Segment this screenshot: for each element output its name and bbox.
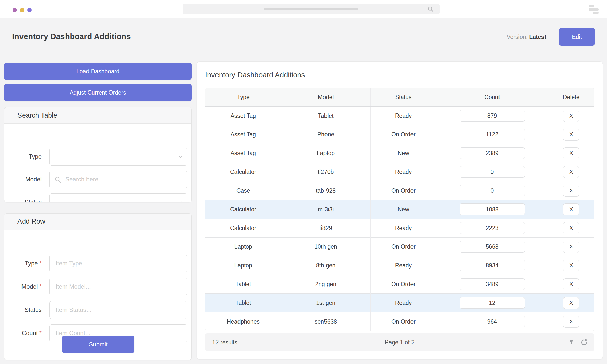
window-dot-1[interactable] — [13, 8, 17, 12]
page-title: Inventory Dashboard Additions — [12, 32, 131, 41]
item-status-input[interactable] — [50, 301, 187, 318]
count-input[interactable] — [460, 222, 525, 234]
cell-count — [437, 219, 548, 237]
count-input[interactable] — [460, 297, 525, 309]
search-type-row: Type — [4, 148, 192, 166]
cell-model: ti829 — [281, 219, 370, 237]
cell-type: Asset Tag — [205, 125, 281, 144]
add-count-label: Count* — [4, 324, 42, 342]
count-input[interactable] — [460, 166, 525, 178]
cell-count — [437, 312, 548, 331]
delete-button[interactable]: X — [563, 110, 579, 122]
count-input[interactable] — [460, 203, 525, 215]
table-row: Case tab-928 On Order X — [205, 181, 594, 200]
column-header-count[interactable]: Count — [437, 88, 548, 106]
browser-address-bar[interactable] — [183, 4, 440, 14]
cell-delete: X — [548, 256, 594, 275]
search-model-field[interactable]: Search here... — [49, 171, 187, 188]
search-type-label: Type — [4, 148, 42, 166]
column-header-status[interactable]: Status — [370, 88, 437, 106]
edit-button[interactable]: Edit — [559, 28, 595, 46]
table-footer: 12 results Page 1 of 2 — [205, 333, 594, 351]
table-row: Laptop 10th gen On Order X — [205, 237, 594, 256]
add-type-label: Type* — [4, 255, 42, 272]
delete-button[interactable]: X — [563, 241, 579, 253]
app-root: Inventory Dashboard Additions Version:La… — [0, 0, 607, 364]
cell-model: Laptop — [281, 144, 370, 163]
delete-button[interactable]: X — [563, 147, 579, 159]
table-row: Tablet 2ng gen On Order X — [205, 275, 594, 293]
count-input[interactable] — [460, 278, 525, 290]
delete-button[interactable]: X — [563, 260, 579, 271]
cell-type: Tablet — [205, 275, 281, 293]
count-input[interactable] — [460, 110, 525, 122]
window-menu-icon[interactable] — [589, 5, 599, 14]
cell-count — [437, 163, 548, 181]
cell-type: Calculator — [205, 163, 281, 181]
cell-delete: X — [548, 200, 594, 219]
page-indicator: Page 1 of 2 — [205, 339, 594, 346]
column-header-delete[interactable]: Delete — [548, 88, 594, 106]
cell-status: On Order — [370, 312, 437, 331]
delete-button[interactable]: X — [563, 222, 579, 234]
cell-status: Ready — [370, 106, 437, 125]
delete-button[interactable]: X — [563, 166, 579, 178]
search-status-select[interactable] — [49, 193, 187, 202]
cell-model: 1st gen — [281, 293, 370, 312]
inventory-table: Type Model Status Count Delete Asset Tag… — [205, 88, 594, 331]
search-type-select[interactable] — [49, 148, 187, 166]
delete-button[interactable]: X — [563, 203, 579, 215]
table-row: Asset Tag Phone On Order X — [205, 125, 594, 144]
add-row-card-title: Add Row — [4, 214, 191, 230]
delete-button[interactable]: X — [563, 278, 579, 290]
cell-model: sen5638 — [281, 312, 370, 331]
add-model-field-wrap — [49, 278, 187, 295]
cell-type: Laptop — [205, 256, 281, 275]
column-header-type[interactable]: Type — [205, 88, 281, 106]
table-row: Laptop 8th gen Ready X — [205, 256, 594, 275]
cell-type: Tablet — [205, 293, 281, 312]
search-table-card: Search Table Type Model — [4, 107, 192, 202]
window-dot-3[interactable] — [27, 8, 32, 12]
cell-delete: X — [548, 181, 594, 200]
cell-type: Calculator — [205, 219, 281, 237]
cell-status: Ready — [370, 163, 437, 181]
cell-model: 10th gen — [281, 237, 370, 256]
inventory-panel-title: Inventory Dashboard Additions — [205, 71, 305, 79]
add-type-field-wrap — [49, 255, 187, 272]
cell-type: Case — [205, 181, 281, 200]
required-asterisk: * — [39, 283, 42, 290]
adjust-current-orders-button[interactable]: Adjust Current Orders — [4, 84, 192, 101]
count-input[interactable] — [460, 129, 525, 140]
header-actions: Version:Latest Edit — [507, 28, 595, 46]
load-dashboard-button[interactable]: Load Dashboard — [4, 63, 192, 80]
item-model-input[interactable] — [50, 278, 187, 295]
refresh-icon[interactable] — [581, 339, 588, 346]
cell-count — [437, 275, 548, 293]
count-input[interactable] — [460, 260, 525, 271]
cell-delete: X — [548, 219, 594, 237]
delete-button[interactable]: X — [563, 129, 579, 141]
add-status-row: Status — [4, 301, 192, 319]
count-input[interactable] — [460, 316, 525, 327]
add-status-field-wrap — [49, 301, 187, 319]
filter-icon[interactable] — [568, 339, 575, 346]
cell-delete: X — [548, 275, 594, 293]
table-row: Asset Tag Laptop New X — [205, 144, 594, 163]
count-input[interactable] — [460, 185, 525, 196]
delete-button[interactable]: X — [563, 316, 579, 328]
delete-button[interactable]: X — [563, 185, 579, 197]
window-dot-2[interactable] — [20, 8, 24, 12]
count-input[interactable] — [460, 241, 525, 253]
submit-button[interactable]: Submit — [62, 336, 134, 353]
cell-status: On Order — [370, 275, 437, 293]
required-asterisk: * — [39, 330, 42, 336]
cell-status: On Order — [370, 181, 437, 200]
delete-button[interactable]: X — [563, 297, 579, 309]
column-header-model[interactable]: Model — [281, 88, 370, 106]
item-type-input[interactable] — [50, 255, 187, 272]
cell-count — [437, 125, 548, 144]
cell-model: tab-928 — [281, 181, 370, 200]
cell-status: New — [370, 144, 437, 163]
count-input[interactable] — [460, 147, 525, 159]
